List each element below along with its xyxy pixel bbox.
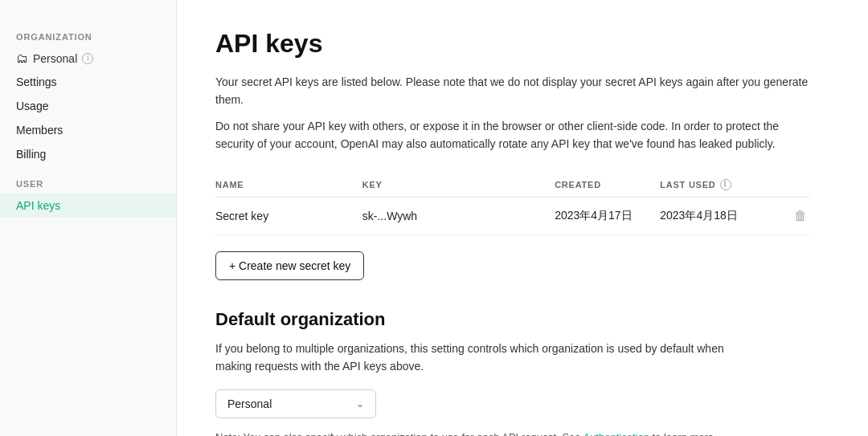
org-section-label: ORGANIZATION xyxy=(0,19,176,47)
org-name: Personal xyxy=(33,52,77,65)
sidebar-item-billing[interactable]: Billing xyxy=(0,142,176,166)
api-keys-table: NAME KEY CREATED LAST USED i S xyxy=(215,173,810,235)
org-info-icon[interactable]: i xyxy=(82,53,93,64)
note-before-link: Note: You can also specify which organiz… xyxy=(215,431,583,436)
user-section-label: USER xyxy=(0,166,176,194)
briefcase-icon: 🗂 xyxy=(16,51,28,65)
sidebar-item-members[interactable]: Members xyxy=(0,118,176,142)
org-dropdown-value: Personal xyxy=(227,397,272,410)
col-header-key: KEY xyxy=(362,173,555,198)
col-header-action xyxy=(780,173,810,198)
chevron-down-icon: ⌄ xyxy=(356,398,364,410)
key-lastused-cell: 2023年4月18日 xyxy=(660,197,779,234)
default-org-desc: If you belong to multiple organizations,… xyxy=(215,340,762,376)
members-label: Members xyxy=(16,124,63,137)
col-header-name: NAME xyxy=(215,173,362,198)
default-org-title: Default organization xyxy=(215,309,829,330)
sidebar-item-usage[interactable]: Usage xyxy=(0,94,176,118)
usage-label: Usage xyxy=(16,100,48,112)
key-value-cell: sk-...Wywh xyxy=(362,197,555,234)
sidebar: ORGANIZATION 🗂 Personal i Settings Usage… xyxy=(0,0,177,436)
api-keys-label: API keys xyxy=(16,199,60,212)
description-1: Your secret API keys are listed below. P… xyxy=(215,73,810,109)
main-content: API keys Your secret API keys are listed… xyxy=(177,0,868,436)
sidebar-item-settings[interactable]: Settings xyxy=(0,70,176,94)
key-delete-cell: 🗑 xyxy=(780,197,810,234)
table-row: Secret key sk-...Wywh 2023年4月17日 2023年4月… xyxy=(215,197,810,234)
billing-label: Billing xyxy=(16,148,46,161)
org-row: 🗂 Personal i xyxy=(0,47,176,70)
note-text: Note: You can also specify which organiz… xyxy=(215,430,762,436)
delete-key-button[interactable]: 🗑 xyxy=(791,207,810,224)
key-created-cell: 2023年4月17日 xyxy=(555,197,660,234)
key-name-cell: Secret key xyxy=(215,197,362,234)
authentication-link[interactable]: Authentication xyxy=(583,431,649,436)
col-header-last-used: LAST USED i xyxy=(660,173,779,198)
settings-label: Settings xyxy=(16,75,57,88)
note-after-link: to learn more. xyxy=(649,431,717,436)
sidebar-item-api-keys[interactable]: API keys xyxy=(0,194,176,218)
last-used-info-icon[interactable]: i xyxy=(720,179,731,190)
col-header-created: CREATED xyxy=(555,173,660,198)
description-2: Do not share your API key with others, o… xyxy=(215,117,810,153)
page-title: API keys xyxy=(215,29,829,59)
org-dropdown[interactable]: Personal ⌄ xyxy=(215,389,376,418)
create-secret-key-button[interactable]: + Create new secret key xyxy=(215,251,364,280)
